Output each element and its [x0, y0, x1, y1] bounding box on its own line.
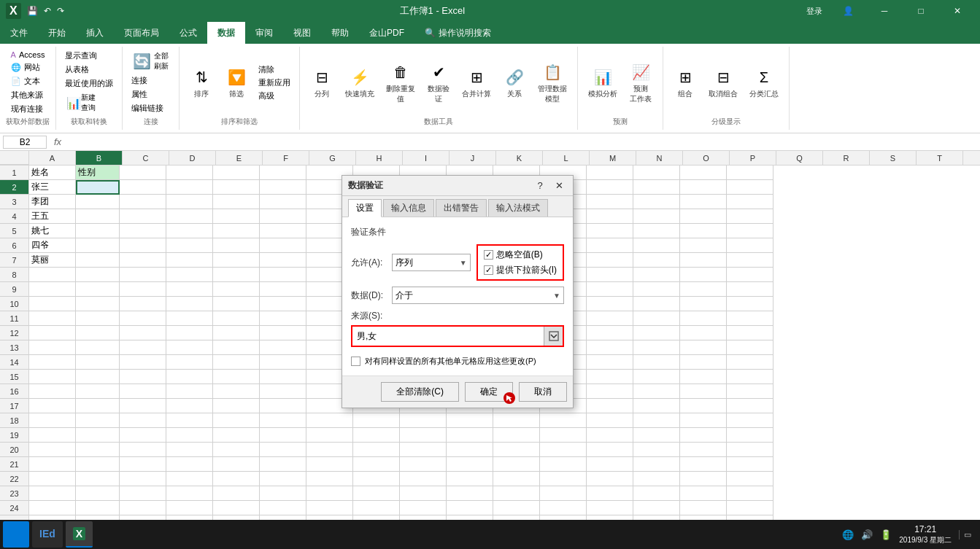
sort-btn[interactable]: ⇅排序: [185, 64, 217, 101]
col-header-F[interactable]: F: [263, 151, 309, 165]
cell-A5[interactable]: 姚七: [29, 224, 76, 238]
source-input[interactable]: [352, 327, 544, 346]
cell-E5[interactable]: [213, 224, 260, 238]
show-queries-btn[interactable]: 显示查询: [62, 50, 100, 62]
cell-D2[interactable]: [166, 180, 213, 195]
cell-P4[interactable]: [727, 209, 773, 224]
cell-A2[interactable]: 张三: [29, 180, 76, 195]
col-header-Q[interactable]: Q: [776, 151, 823, 165]
cell-E3[interactable]: [213, 195, 260, 209]
tab-pagelayout[interactable]: 页面布局: [114, 22, 169, 44]
start-button[interactable]: [3, 521, 29, 548]
ignore-blank-checkbox[interactable]: [484, 250, 493, 260]
advanced-btn[interactable]: 高级: [255, 90, 293, 102]
cell-A3[interactable]: 李团: [29, 195, 76, 209]
relationships-btn[interactable]: 🔗关系: [498, 64, 530, 101]
remove-duplicates-btn[interactable]: 🗑删除重复值: [382, 59, 420, 106]
new-query-btn[interactable]: 📊新建查询: [62, 91, 100, 114]
refresh-all-btn[interactable]: 🔄全部刷新: [128, 50, 173, 73]
tab-help[interactable]: 帮助: [321, 22, 359, 44]
cell-F4[interactable]: [260, 209, 306, 224]
forecast-sheet-btn[interactable]: 📈预测工作表: [625, 59, 657, 106]
col-header-C[interactable]: C: [123, 151, 169, 165]
col-header-D[interactable]: D: [169, 151, 216, 165]
group-btn[interactable]: ⊞组合: [669, 64, 701, 101]
what-if-btn[interactable]: 📊模拟分析: [584, 64, 622, 101]
cell-E4[interactable]: [213, 209, 260, 224]
cell-F6[interactable]: [260, 238, 306, 253]
taskbar-app-excel[interactable]: X: [66, 521, 93, 548]
ungroup-btn[interactable]: ⊟取消组合: [704, 64, 742, 101]
tab-kingsoft-pdf[interactable]: 金山PDF: [359, 22, 414, 44]
tab-data[interactable]: 数据: [207, 22, 245, 44]
cell-D5[interactable]: [166, 224, 213, 238]
data-validation-dialog[interactable]: 数据验证 ? ✕ 设置 输入信息 出错警告 输入法模式 验证条件 允许(A): …: [342, 175, 574, 408]
redo-icon[interactable]: ↷: [57, 6, 64, 16]
col-header-L[interactable]: L: [543, 151, 590, 165]
tab-view[interactable]: 视图: [283, 22, 321, 44]
ok-button[interactable]: 确定: [465, 382, 513, 402]
flash-fill-btn[interactable]: ⚡快速填充: [341, 64, 379, 101]
name-box[interactable]: [3, 136, 47, 149]
col-header-A[interactable]: A: [29, 151, 76, 165]
col-header-E[interactable]: E: [216, 151, 263, 165]
cell-C3[interactable]: [120, 195, 166, 209]
taskbar-app-ie[interactable]: IEd: [32, 521, 63, 548]
dlg-tab-error-alert[interactable]: 出错警告: [436, 199, 487, 217]
cell-M7[interactable]: [587, 253, 633, 268]
cell-O5[interactable]: [680, 224, 727, 238]
col-header-J[interactable]: J: [450, 151, 496, 165]
cell-B3[interactable]: [76, 195, 120, 209]
cell-B2[interactable]: [76, 180, 120, 195]
cell-N4[interactable]: [633, 209, 680, 224]
tab-formula[interactable]: 公式: [169, 22, 207, 44]
cell-E6[interactable]: [213, 238, 260, 253]
col-header-P[interactable]: P: [730, 151, 776, 165]
cell-F3[interactable]: [260, 195, 306, 209]
source-select-button[interactable]: [544, 327, 563, 346]
cell-N3[interactable]: [633, 195, 680, 209]
recent-sources-btn[interactable]: 最近使用的源: [62, 77, 116, 90]
cell-E2[interactable]: [213, 180, 260, 195]
cell-C7[interactable]: [120, 253, 166, 268]
dialog-close-button[interactable]: ✕: [551, 178, 567, 194]
cell-E7[interactable]: [213, 253, 260, 268]
from-table-btn[interactable]: 从表格: [62, 63, 92, 76]
cell-P2[interactable]: [727, 180, 773, 195]
cell-O2[interactable]: [680, 180, 727, 195]
cell-B5[interactable]: [76, 224, 120, 238]
cell-M1[interactable]: [587, 166, 633, 180]
cell-P5[interactable]: [727, 224, 773, 238]
cell-D6[interactable]: [166, 238, 213, 253]
cell-M2[interactable]: [587, 180, 633, 195]
cell-M6[interactable]: [587, 238, 633, 253]
web-btn[interactable]: 🌐 网站: [8, 61, 43, 74]
cell-O6[interactable]: [680, 238, 727, 253]
tab-home[interactable]: 开始: [38, 22, 76, 44]
properties-btn[interactable]: 属性: [128, 88, 150, 101]
save-icon[interactable]: 💾: [27, 6, 38, 16]
undo-icon[interactable]: ↶: [44, 6, 51, 16]
allow-select[interactable]: 序列 ▼: [392, 254, 471, 271]
cell-C2[interactable]: [120, 180, 166, 195]
connections-btn[interactable]: 连接: [128, 74, 150, 87]
data-select[interactable]: 介于 ▼: [392, 287, 564, 304]
cell-N5[interactable]: [633, 224, 680, 238]
apply-checkbox[interactable]: [351, 357, 360, 366]
cell-B1[interactable]: 性别: [76, 166, 120, 180]
dlg-tab-input-message[interactable]: 输入信息: [383, 199, 434, 217]
cell-F5[interactable]: [260, 224, 306, 238]
dlg-tab-ime-mode[interactable]: 输入法模式: [488, 199, 548, 217]
cell-C1[interactable]: [120, 166, 166, 180]
tab-search[interactable]: 🔍操作说明搜索: [414, 22, 501, 44]
cell-F7[interactable]: [260, 253, 306, 268]
col-header-N[interactable]: N: [636, 151, 683, 165]
subtotal-btn[interactable]: Σ分类汇总: [745, 64, 783, 101]
col-header-G[interactable]: G: [309, 151, 356, 165]
cell-P1[interactable]: [727, 166, 773, 180]
col-header-U[interactable]: U: [963, 151, 980, 165]
cell-O7[interactable]: [680, 253, 727, 268]
cell-D1[interactable]: [166, 166, 213, 180]
col-header-S[interactable]: S: [870, 151, 917, 165]
cell-M3[interactable]: [587, 195, 633, 209]
